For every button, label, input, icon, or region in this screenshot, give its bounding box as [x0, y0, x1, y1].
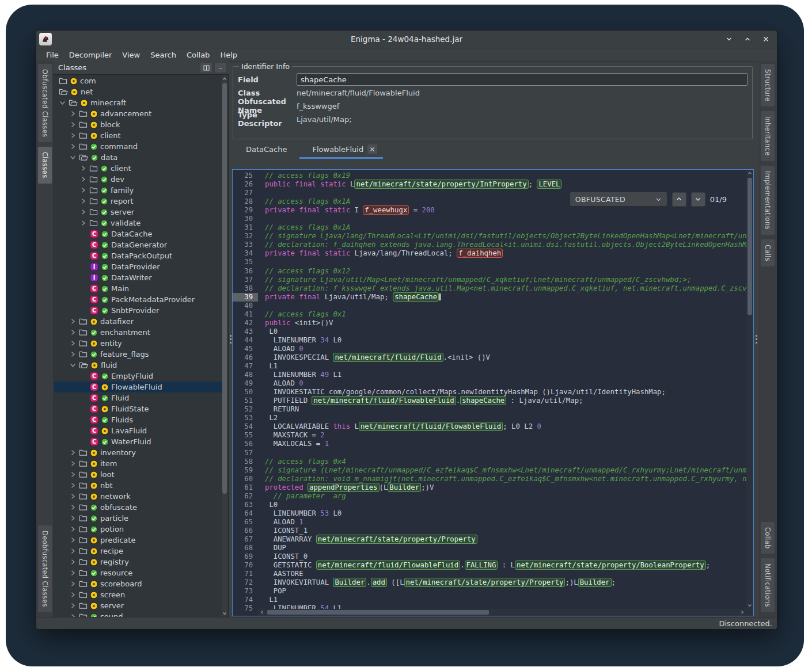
editor-vscrollbar[interactable] — [746, 170, 753, 609]
tree-item-flowablefluid[interactable]: CFlowableFluid — [54, 382, 222, 392]
scroll-left-icon[interactable] — [258, 609, 266, 616]
tree-item-screen[interactable]: screen — [54, 589, 222, 600]
menu-view[interactable]: View — [117, 49, 145, 60]
editor-hscrollbar[interactable] — [258, 609, 746, 616]
tree-item-packmetadataprovider[interactable]: CPackMetadataProvider — [54, 294, 222, 305]
tree-item-resource[interactable]: resource — [54, 567, 222, 578]
tree-item-com[interactable]: com — [54, 75, 222, 86]
tree-item-main[interactable]: CMain — [54, 283, 222, 294]
right-dock-splitter[interactable] — [755, 61, 758, 617]
tree-item-fluids[interactable]: CFluids — [54, 414, 222, 425]
scroll-right-icon[interactable] — [738, 609, 746, 616]
menu-file[interactable]: File — [41, 49, 64, 60]
tree-item-command[interactable]: command — [54, 141, 222, 152]
scroll-up-icon[interactable] — [746, 170, 753, 177]
editor-tab-flowablefluid[interactable]: FlowableFluid — [299, 142, 383, 159]
tree-item-scoreboard[interactable]: scoreboard — [54, 578, 222, 589]
deobfuscated-token[interactable]: net/minecraft/fluid/FlowableFluid — [316, 561, 460, 570]
tree-item-obfuscate[interactable]: obfuscate — [54, 502, 222, 513]
tree-item-lavafluid[interactable]: CLavaFluid — [54, 425, 222, 436]
dock-tab-implementations[interactable]: Implementations — [760, 165, 775, 235]
tree-item-dataprovider[interactable]: IDataProvider — [54, 261, 222, 272]
dock-tab-collab[interactable]: Collab — [760, 521, 775, 555]
scroll-down-icon[interactable] — [746, 602, 753, 609]
tree-item-datacache[interactable]: CDataCache — [54, 228, 222, 239]
minimize-icon[interactable] — [724, 34, 734, 44]
tree-item-net[interactable]: net — [54, 86, 222, 97]
tree-item-datagenerator[interactable]: CDataGenerator — [54, 239, 222, 250]
deobfuscated-token[interactable]: net/minecraft/fluid/Fluid — [333, 353, 443, 362]
tree-item-waterfluid[interactable]: CWaterFluid — [54, 436, 222, 447]
tree-item-recipe[interactable]: recipe — [54, 546, 222, 556]
maximize-icon[interactable] — [742, 34, 753, 44]
previous-token-button[interactable] — [672, 192, 686, 207]
menu-collab[interactable]: Collab — [181, 49, 215, 60]
deobfuscated-token[interactable]: appendProperties — [308, 483, 379, 492]
tree-item-server[interactable]: server — [54, 207, 222, 218]
collapse-panel-button[interactable]: – — [214, 62, 227, 73]
deobfuscated-token[interactable]: Builder — [578, 578, 612, 587]
dock-tab-obfuscated-classes[interactable]: Obfuscated Classes — [37, 63, 52, 143]
tree-item-data[interactable]: data — [54, 152, 222, 163]
deobfuscated-token[interactable]: net/minecraft/state/property/BooleanProp… — [515, 561, 706, 570]
obfuscated-token[interactable]: f_weewhugx — [363, 205, 409, 215]
tree-item-fluid[interactable]: CFluid — [54, 392, 222, 403]
editor-vscrollbar-thumb[interactable] — [748, 178, 752, 315]
tree-item-entity[interactable]: entity — [54, 338, 222, 349]
tree-item-advancement[interactable]: advancement — [54, 108, 222, 119]
tree-item-enchantment[interactable]: enchantment — [54, 327, 222, 338]
scroll-down-icon[interactable] — [222, 610, 227, 616]
tree-item-particle[interactable]: particle — [54, 513, 222, 524]
editor-hscrollbar-thumb[interactable] — [267, 610, 489, 615]
menu-search[interactable]: Search — [145, 49, 181, 60]
menu-decompiler[interactable]: Decompiler — [64, 49, 117, 60]
tree-item-sound[interactable]: sound — [54, 611, 222, 617]
field-name-input[interactable] — [297, 73, 748, 86]
bytecode-editor[interactable]: 2526272829303132333435363738394041424344… — [232, 169, 754, 616]
titlebar[interactable]: Enigma - 24w04a-hashed.jar — [36, 30, 777, 48]
tree-item-registry[interactable]: registry — [54, 556, 222, 567]
deobfuscated-token[interactable]: net/minecraft/state/property/IntProperty — [354, 180, 528, 189]
tab-close-icon[interactable] — [367, 144, 377, 154]
tree-item-emptyfluid[interactable]: CEmptyFluid — [54, 371, 222, 382]
deobfuscated-token[interactable]: Builder — [388, 483, 421, 492]
tree-item-feature_flags[interactable]: feature_flags — [54, 349, 222, 360]
dock-tab-structure[interactable]: Structure — [760, 63, 775, 107]
tree-item-datawriter[interactable]: IDataWriter — [54, 272, 222, 283]
tree-item-block[interactable]: block — [54, 119, 222, 130]
obfuscated-token[interactable]: f_daihqheh — [457, 249, 503, 258]
deobfuscated-token[interactable]: FALLING — [465, 561, 498, 570]
code-area[interactable]: // access flags 0x19public final static … — [258, 170, 746, 615]
tree-item-server[interactable]: server — [54, 600, 222, 611]
deobfuscated-token[interactable]: net/minecraft/fluid/FlowableFluid — [312, 396, 456, 405]
tree-item-report[interactable]: report — [54, 196, 222, 207]
dock-tab-calls[interactable]: Calls — [760, 239, 775, 267]
dock-tab-classes[interactable]: Classes — [37, 146, 52, 184]
tree-item-fluid[interactable]: fluid — [54, 360, 222, 371]
tree-item-family[interactable]: family — [54, 185, 222, 196]
menu-help[interactable]: Help — [215, 49, 242, 60]
tree-item-potion[interactable]: potion — [54, 524, 222, 535]
deobfuscated-token[interactable]: shapeCache — [460, 396, 506, 405]
editor-tab-datacache[interactable]: DataCache — [233, 142, 299, 159]
tree-item-inventory[interactable]: inventory — [54, 447, 222, 458]
tree-scrollbar[interactable] — [222, 75, 227, 616]
tree-item-snbtprovider[interactable]: CSnbtProvider — [54, 305, 222, 316]
tree-item-network[interactable]: network — [54, 491, 222, 502]
close-icon[interactable] — [761, 34, 771, 44]
tree-item-datafixer[interactable]: datafixer — [54, 316, 222, 327]
deobfuscated-token[interactable]: net/minecraft/state/property/Property — [316, 535, 477, 544]
tree-item-nbt[interactable]: nbt — [54, 480, 222, 491]
deobfuscated-token[interactable]: net/minecraft/fluid/FlowableFluid — [359, 422, 503, 431]
tree-item-dev[interactable]: dev — [54, 174, 222, 185]
deobfuscated-token[interactable]: add — [371, 578, 387, 587]
tree-item-minecraft[interactable]: minecraft — [54, 97, 222, 108]
token-type-dropdown[interactable]: OBFUSCATED — [570, 192, 667, 207]
deobfuscated-token[interactable]: shapeCache — [393, 292, 439, 302]
dock-tab-deobfuscated-classes[interactable]: Deobfuscated Classes — [37, 525, 52, 613]
tree-item-validate[interactable]: validate — [54, 218, 222, 228]
dock-tab-inheritance[interactable]: Inheritance — [760, 110, 775, 162]
tree-scrollbar-thumb[interactable] — [222, 83, 227, 494]
tree-item-predicate[interactable]: predicate — [54, 535, 222, 546]
tree-item-item[interactable]: item — [54, 458, 222, 469]
